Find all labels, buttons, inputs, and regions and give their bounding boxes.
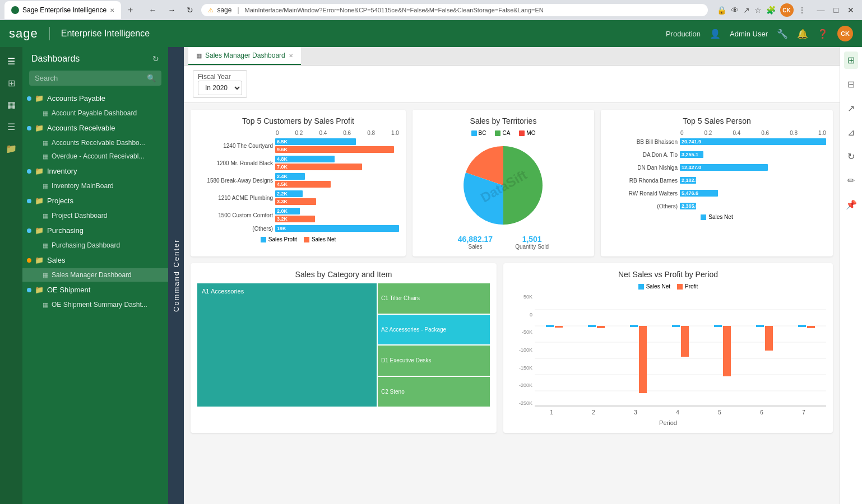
bookmark-icon[interactable]: ☆ bbox=[754, 6, 762, 15]
account-payable-dashboard-item[interactable]: ▦ Account Payable Dashboard bbox=[22, 106, 168, 120]
forward-button[interactable]: → bbox=[164, 4, 179, 16]
bar-row-1210: 1210 ACME Plumbing 2.2K 3.3K bbox=[197, 190, 399, 205]
close-button[interactable]: ✕ bbox=[844, 4, 858, 16]
help-icon[interactable]: ❓ bbox=[817, 29, 828, 39]
bar-label: 1240 The Courtyard bbox=[197, 143, 273, 149]
maximize-button[interactable]: □ bbox=[831, 4, 842, 16]
purchasing-dashboard-item[interactable]: ▦ Purchasing Dashboard bbox=[22, 239, 168, 252]
folder-icon: 📁 bbox=[35, 167, 44, 175]
browser-tab[interactable]: Sage Enterprise Intelligence ✕ bbox=[4, 1, 121, 19]
folder-icon[interactable]: 📁 bbox=[6, 139, 17, 158]
fiscal-year-control: Fiscal Year In 2020 In 2019 In 2018 bbox=[193, 70, 247, 98]
accounts-receivable-header[interactable]: 📁 Accounts Receivable bbox=[22, 120, 168, 136]
panel-filter-icon[interactable]: ⊿ bbox=[844, 124, 858, 141]
accounts-payable-header[interactable]: 📁 Accounts Payable bbox=[22, 90, 168, 106]
search-input[interactable] bbox=[35, 74, 143, 82]
net-sales-profit-chart: Net Sales vs Profit by Period Sales Net … bbox=[503, 263, 833, 433]
sales-manager-dashboard-tab[interactable]: ▦ Sales Manager Dashboard ✕ bbox=[188, 47, 301, 65]
hamburger-menu[interactable]: ☰ bbox=[7, 52, 15, 71]
panel-edit-icon[interactable]: ✏ bbox=[844, 172, 858, 189]
panel-pin-icon[interactable]: 📌 bbox=[842, 196, 860, 213]
profit-bar: 19K bbox=[275, 225, 399, 232]
back-button[interactable]: ← bbox=[145, 4, 160, 16]
bar-period3-profit bbox=[639, 326, 647, 393]
home-icon[interactable]: ⊞ bbox=[8, 73, 15, 93]
nav-refresh-button[interactable]: ↻ bbox=[152, 54, 159, 63]
accounts-receivable-dashboard-item[interactable]: ▦ Accounts Receivable Dashbo... bbox=[22, 136, 168, 150]
sales-manager-dashboard-label: Sales Manager Dashboard bbox=[52, 271, 132, 279]
sales-label: Sales bbox=[47, 256, 161, 264]
group-dot-orange bbox=[27, 258, 31, 263]
fiscal-year-select[interactable]: In 2020 In 2019 In 2018 bbox=[198, 81, 242, 95]
inventory-main-item[interactable]: ▦ Inventory MainBoard bbox=[22, 179, 168, 193]
treemap-c1: C1 Tilter Chairs bbox=[378, 283, 490, 314]
settings-icon[interactable]: 🔧 bbox=[777, 29, 788, 39]
purchasing-header[interactable]: 📁 Purchasing bbox=[22, 222, 168, 239]
x-label-6: 6 bbox=[760, 409, 763, 416]
inventory-header[interactable]: 📁 Inventory bbox=[22, 163, 168, 179]
search-bar[interactable]: 🔍 bbox=[29, 71, 161, 86]
top5-salesperson-title: Top 5 Sales Person bbox=[608, 116, 826, 125]
legend-dot-ca bbox=[495, 130, 500, 136]
y-axis-labels: 50K 0 -50K -100K -150K -200K -250K bbox=[510, 294, 535, 406]
sales-by-category-chart: Sales by Category and Item A1 Accessorie… bbox=[191, 263, 497, 433]
sp-label: DN Dan Nishiga bbox=[608, 165, 678, 171]
bar-row-others: (Others) 19K bbox=[197, 225, 399, 232]
panel-refresh-icon[interactable]: ↻ bbox=[844, 148, 858, 165]
overdue-account-item[interactable]: ▦ Overdue - Account Receivabl... bbox=[22, 150, 168, 163]
sales-manager-dashboard-item[interactable]: ▦ Sales Manager Dashboard bbox=[22, 268, 168, 282]
user-avatar[interactable]: CK bbox=[837, 26, 853, 41]
minimize-button[interactable]: — bbox=[814, 4, 828, 16]
net-bar: 3.3K bbox=[275, 198, 316, 205]
legend-net-label: Sales Net bbox=[646, 283, 670, 290]
bar-group: 19K bbox=[275, 225, 399, 232]
sp-legend: Sales Net bbox=[608, 214, 826, 220]
group-dot bbox=[27, 126, 31, 130]
legend-dot-sp bbox=[701, 214, 706, 220]
tab-close-button[interactable]: ✕ bbox=[110, 7, 114, 13]
project-dashboard-item[interactable]: ▦ Project Dashboard bbox=[22, 209, 168, 222]
oe-shipment-header[interactable]: 📁 OE Shipment bbox=[22, 282, 168, 298]
nav-group-inventory: 📁 Inventory ▦ Inventory MainBoard bbox=[22, 163, 168, 193]
panel-grid-icon[interactable]: ⊞ bbox=[844, 52, 858, 69]
reload-button[interactable]: ↻ bbox=[183, 4, 197, 16]
x-label-3: 3 bbox=[634, 409, 637, 416]
category-title: Sales by Category and Item bbox=[197, 270, 490, 279]
profit-bar: 2.4K bbox=[275, 173, 305, 180]
sales-header[interactable]: 📁 Sales bbox=[22, 252, 168, 268]
bar-group: 4.8K 7.0K bbox=[275, 156, 399, 170]
panel-export-icon[interactable]: ↗ bbox=[844, 100, 858, 117]
bar-period6-profit bbox=[765, 326, 773, 351]
x-label-7: 7 bbox=[802, 409, 805, 416]
panel-table-icon[interactable]: ⊟ bbox=[844, 76, 858, 93]
oe-shipment-summary-item[interactable]: ▦ OE Shipment Summary Dasht... bbox=[22, 298, 168, 311]
bar-label: 1200 Mr. Ronald Black bbox=[197, 160, 273, 166]
environment-label: Production bbox=[666, 30, 701, 38]
extensions-icon[interactable]: 🧩 bbox=[766, 6, 776, 15]
sp-label: RB Rhonda Barnes bbox=[608, 178, 678, 184]
sp-row-4: RB Rhonda Barnes 2,182.5 bbox=[608, 177, 826, 184]
command-center[interactable]: Command Center bbox=[168, 47, 184, 504]
list-icon[interactable]: ☰ bbox=[7, 117, 15, 137]
bell-icon[interactable]: 🔔 bbox=[797, 29, 808, 39]
sp-row-others: (Others) 2,365.0 bbox=[608, 203, 826, 209]
net-bar: 3.2K bbox=[275, 216, 315, 222]
tab-title: Sage Enterprise Intelligence bbox=[22, 6, 106, 14]
new-tab-button[interactable]: + bbox=[123, 3, 137, 17]
projects-header[interactable]: 📁 Projects bbox=[22, 193, 168, 209]
icon-sidebar: ☰ ⊞ ▦ ☰ 📁 bbox=[0, 47, 22, 504]
share-icon[interactable]: ↗ bbox=[743, 6, 750, 15]
sp-bar: 12,427.0 bbox=[680, 164, 768, 171]
profile-avatar[interactable]: CK bbox=[780, 3, 794, 17]
inventory-label: Inventory bbox=[47, 167, 161, 175]
tab-close-icon[interactable]: ✕ bbox=[289, 53, 293, 59]
dashboard-icon[interactable]: ▦ bbox=[7, 95, 16, 115]
profit-bar: 2.0K bbox=[275, 208, 300, 214]
sp-bar: 20,741.9 bbox=[680, 138, 826, 145]
sp-legend-label: Sales Net bbox=[708, 214, 733, 220]
menu-icon[interactable]: ⋮ bbox=[798, 6, 806, 15]
bar-group: 5,476.6 bbox=[680, 190, 826, 197]
address-bar[interactable]: ⚠ sage | MainInterface/MainWindow?Error=… bbox=[201, 4, 707, 16]
group-dot bbox=[27, 96, 31, 101]
header-right: Production 👤 Admin User 🔧 🔔 ❓ CK bbox=[666, 26, 853, 41]
